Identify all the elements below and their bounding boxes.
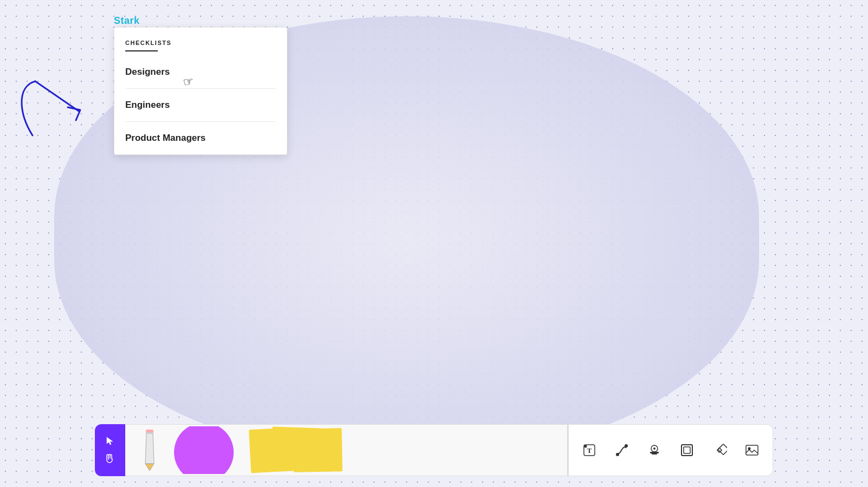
checklist-dropdown: CHECKLISTS Designers Engineers Product M… [114,27,287,155]
svg-marker-0 [107,437,113,445]
checklist-item-designers[interactable]: Designers [114,56,287,88]
frame-tool-button[interactable] [677,440,697,460]
svg-rect-4 [146,430,153,432]
circle-shape-tool[interactable] [169,426,239,474]
stamp-tool-button[interactable] [645,440,664,460]
svg-rect-14 [652,453,657,454]
checklist-item-product-managers[interactable]: Product Managers [114,122,287,154]
cursor-tool-button[interactable] [103,434,117,448]
dropdown-header: CHECKLISTS [114,28,287,56]
svg-rect-13 [650,452,659,453]
hand-tool-button[interactable] [102,451,118,466]
sticky-note-3 [293,428,342,472]
svg-point-7 [584,445,587,448]
svg-rect-19 [746,445,758,455]
checklist-item-engineers[interactable]: Engineers [114,89,287,121]
sticky-notes-tool[interactable] [239,426,337,474]
image-tool-button[interactable] [742,440,762,460]
text-tool-button[interactable]: T [580,440,599,460]
dropdown-underline [125,50,158,51]
dropdown-header-label: CHECKLISTS [125,40,171,46]
bottom-toolbar: T [95,424,773,476]
svg-point-12 [653,447,655,450]
svg-rect-16 [684,447,690,453]
svg-marker-2 [145,464,154,471]
svg-rect-17 [718,444,727,455]
app-title: Stark [114,15,140,27]
svg-text:T: T [587,446,592,454]
svg-marker-1 [145,433,154,464]
svg-rect-18 [717,448,722,452]
toolbar-right-section: T [568,424,773,476]
purple-circle [174,426,234,474]
toolbar-left-section [95,424,125,476]
connector-tool-button[interactable] [612,440,632,460]
pencil-tool[interactable] [131,428,169,472]
svg-rect-15 [681,445,692,456]
toolbar-center-section [125,424,567,476]
component-tool-button[interactable] [710,440,729,460]
